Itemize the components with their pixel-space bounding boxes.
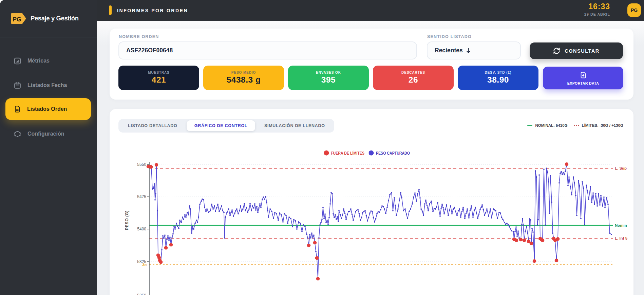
- svg-text:PG: PG: [13, 16, 21, 23]
